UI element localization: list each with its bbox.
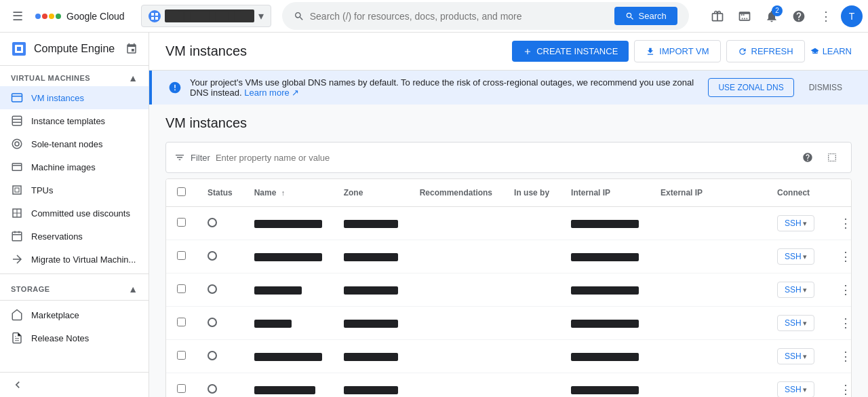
search-input[interactable] [310,11,609,22]
marketplace-label: Marketplace [31,310,79,320]
row-more-button[interactable]: ⋮ [836,380,852,397]
zone-header: Zone [333,179,409,207]
refresh-button[interactable]: REFRESH [726,40,805,62]
instance-name-redacted [254,286,302,295]
row-more-button[interactable]: ⋮ [836,347,852,366]
row-more-button[interactable]: ⋮ [836,247,852,266]
sidebar-item-release-notes[interactable]: Release Notes [0,326,149,349]
dot-yellow [49,14,54,19]
more-options-icon: ⋮ [820,9,832,24]
row-more-button[interactable]: ⋮ [836,314,852,333]
row-checkbox[interactable] [177,218,186,227]
content-area: VM instances Filter [149,105,868,397]
filter-help-button[interactable] [797,147,818,168]
internal-ip-redacted [571,320,639,328]
svg-rect-17 [12,232,22,241]
row-checkbox[interactable] [177,351,186,360]
sidebar-item-migrate[interactable]: Migrate to Virtual Machin... [0,248,149,271]
sidebar-item-sole-tenant-nodes[interactable]: Sole-tenant nodes [0,132,149,155]
status-running-icon [208,251,217,261]
search-label: Search [639,11,667,21]
ssh-dropdown-arrow: ▾ [803,286,807,295]
menu-button[interactable]: ☰ [5,4,30,29]
alert-icon [168,81,182,94]
ssh-button[interactable]: SSH ▾ [777,381,814,397]
virtual-machines-section[interactable]: Virtual machines ▲ [0,66,149,86]
import-icon [646,47,655,56]
project-icon [149,10,161,22]
import-label: IMPORT VM [659,46,709,56]
sidebar: Compute Engine Virtual machines ▲ VM ins… [0,33,149,397]
row-more-button[interactable]: ⋮ [836,280,852,299]
machine-images-label: Machine images [31,162,96,172]
ssh-button[interactable]: SSH ▾ [777,248,814,265]
row-more-button[interactable]: ⋮ [836,214,852,233]
row-checkbox[interactable] [177,251,186,260]
migrate-icon [11,253,23,265]
sidebar-item-vm-instances[interactable]: VM instances [0,86,149,109]
storage-section[interactable]: Storage ▲ [0,277,149,297]
terminal-icon [738,10,751,23]
google-cloud-text: Google Cloud [66,11,125,22]
internal-ip-redacted [571,286,639,295]
learn-link[interactable]: LEARN [810,46,852,56]
search-button[interactable]: Search [614,7,677,25]
connect-header: Connect [766,179,825,207]
pin-icon[interactable] [125,43,138,55]
use-zonal-dns-button[interactable]: USE ZONAL DNS [708,78,793,97]
google-cloud-logo[interactable]: Google Cloud [35,11,125,22]
ssh-button[interactable]: SSH ▾ [777,348,814,364]
user-avatar[interactable]: T [841,5,863,27]
sidebar-item-committed-use-discounts[interactable]: Committed use discounts [0,202,149,225]
svg-rect-0 [151,13,154,16]
storage-label: Storage [11,285,50,293]
svg-rect-14 [12,164,22,171]
machine-images-icon [11,161,23,173]
sidebar-item-machine-images[interactable]: Machine images [0,155,149,178]
actions-header [825,179,852,207]
internal-ip-redacted [571,253,639,261]
page-header: VM instances CREATE INSTANCE IMPORT VM R… [149,33,868,71]
ssh-button[interactable]: SSH ▾ [777,315,814,331]
create-instance-button[interactable]: CREATE INSTANCE [512,41,629,62]
ssh-dropdown-arrow: ▾ [803,252,807,261]
sidebar-item-instance-templates[interactable]: Instance templates [0,109,149,132]
sidebar-item-tpus[interactable]: TPUs [0,178,149,202]
sidebar-item-marketplace[interactable]: Marketplace [0,303,149,326]
sidebar-header: Compute Engine [0,33,149,66]
import-vm-button[interactable]: IMPORT VM [634,40,720,62]
ssh-button[interactable]: SSH ▾ [777,215,814,231]
terminal-button[interactable] [732,4,757,29]
select-all-checkbox[interactable] [177,187,186,196]
select-all-header[interactable] [166,179,197,207]
zone-redacted [344,353,398,361]
table-row: SSH ▾⋮ [166,307,852,340]
column-display-button[interactable] [821,147,843,168]
name-header[interactable]: Name ↑ [243,179,333,207]
ssh-dropdown-arrow: ▾ [803,352,807,361]
learn-more-link[interactable]: Learn more ↗ [244,88,299,98]
storage-collapse-icon: ▲ [128,284,138,295]
sole-tenant-icon [11,138,23,150]
sidebar-item-reservations[interactable]: Reservations [0,225,149,248]
table-row: SSH ▾⋮ [166,373,852,398]
release-notes-icon [11,332,23,344]
row-checkbox[interactable] [177,318,186,326]
filter-input[interactable] [216,153,791,163]
ssh-button[interactable]: SSH ▾ [777,282,814,298]
create-label: CREATE INSTANCE [536,46,618,56]
row-checkbox[interactable] [177,284,186,293]
svg-rect-16 [15,188,19,192]
instance-name-redacted [254,386,315,394]
more-options-button[interactable]: ⋮ [814,4,838,29]
row-checkbox[interactable] [177,384,186,393]
svg-rect-9 [12,116,22,126]
project-selector[interactable]: ██████████ ▾ [141,5,271,27]
ssh-dropdown-arrow: ▾ [803,319,807,328]
sidebar-collapse-button[interactable] [0,372,149,397]
gift-button[interactable] [705,4,730,29]
external-ip-header: External IP [650,179,766,207]
help-button[interactable] [787,4,811,29]
external-link-icon: ↗ [292,88,299,98]
dismiss-button[interactable]: DISMISS [800,78,852,97]
